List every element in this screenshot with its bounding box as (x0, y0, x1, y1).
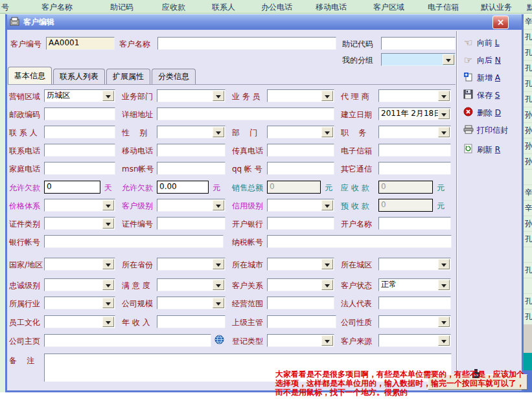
bumen-field[interactable] (267, 126, 334, 139)
dropdown-arrow-icon[interactable] (321, 127, 333, 137)
lianxiren-field[interactable] (44, 126, 115, 139)
zhongcheng_jibie-field[interactable] (44, 278, 115, 291)
nashui_zhanghao-field[interactable] (267, 235, 452, 248)
shangji_zhuguan-field[interactable] (267, 315, 336, 328)
jiating_dianhua-field[interactable] (44, 162, 115, 175)
gongsi_zhuye-field[interactable] (44, 334, 211, 347)
yuangong_wenhua-field[interactable] (44, 315, 115, 328)
suoshu_hangye-field[interactable] (44, 297, 115, 309)
yingxiao_quyu-field[interactable]: 历城区 (44, 89, 115, 102)
zhiwu-field[interactable] (378, 126, 451, 139)
tab-contact-list[interactable]: 联系人列表 (53, 69, 105, 84)
tab-extended-attrs[interactable]: 扩展属性 (106, 69, 150, 84)
jiage_tixi-field[interactable] (44, 199, 115, 212)
yinhang_zhanghao-field[interactable] (44, 235, 224, 248)
dropdown-arrow-icon[interactable] (213, 200, 224, 210)
dropdown-arrow-icon[interactable] (102, 317, 114, 327)
add-new-button[interactable]: 新增 A (463, 71, 500, 84)
dropdown-arrow-icon[interactable] (438, 280, 450, 290)
print-envelope-button[interactable]: 打印信封 (463, 124, 508, 137)
close-button[interactable]: × (492, 16, 509, 29)
kehu_mingcheng-field[interactable] (157, 37, 336, 50)
tab-category-info[interactable]: 分类信息 (152, 69, 196, 84)
dropdown-arrow-icon[interactable] (321, 259, 333, 269)
chuanzhen_dianhua-field[interactable] (267, 144, 334, 157)
wode_fenzu-field[interactable] (381, 53, 456, 66)
yunxu_qiankuan_yuan-field[interactable]: 0.00 (157, 181, 209, 194)
dropdown-arrow-icon[interactable] (102, 200, 114, 210)
nian_shouru-field[interactable] (157, 315, 226, 328)
dropdown-arrow-icon[interactable] (438, 91, 450, 101)
gongsi_xingzhi-field[interactable] (378, 315, 451, 328)
guojia_diqu-field[interactable] (44, 258, 115, 271)
faren_daibiao-field[interactable] (378, 297, 451, 309)
jianli_riqi-field[interactable]: 2011年 2月18日 (378, 107, 451, 120)
forward-button[interactable]: ☜向前 L (463, 36, 500, 49)
dropdown-arrow-icon[interactable] (102, 218, 114, 229)
youzheng_bianma-field[interactable] (44, 107, 115, 120)
xiangxi_dizhi-field[interactable] (157, 107, 334, 120)
yunxu_qiankuan_yuan-suffix: 元 (213, 183, 220, 192)
background-band-gray (524, 324, 532, 353)
xinyong_jibie-field[interactable] (267, 199, 334, 212)
dropdown-arrow-icon[interactable] (321, 91, 333, 101)
lianxi_dianhua-field[interactable] (44, 144, 115, 157)
dropdown-arrow-icon[interactable] (438, 335, 450, 346)
dropdown-arrow-icon[interactable] (213, 259, 224, 269)
save-button[interactable]: 保存 S (463, 89, 500, 102)
kehu_laiyuan-field[interactable] (378, 334, 451, 347)
dianzi_xinxiang-field[interactable] (378, 144, 451, 157)
dropdown-arrow-icon[interactable] (438, 127, 450, 137)
kehu_jibie-field[interactable] (157, 199, 226, 212)
dropdown-arrow-icon[interactable] (102, 298, 114, 308)
suozai_shengfen-field[interactable] (157, 258, 226, 271)
dropdown-arrow-icon[interactable] (321, 280, 333, 290)
dropdown-arrow-icon[interactable] (321, 200, 333, 210)
dailishang-field[interactable] (378, 89, 451, 102)
kehu_guanxi-field[interactable] (267, 278, 334, 291)
kehu_bianhao-field[interactable]: AA0001 (46, 37, 115, 50)
dropdown-arrow-icon[interactable] (438, 259, 450, 269)
dengji_leixing-field[interactable] (267, 334, 334, 347)
dropdown-arrow-icon[interactable] (213, 91, 224, 101)
dropdown-arrow-icon[interactable] (438, 317, 450, 327)
yidong_dianhua-field[interactable] (157, 144, 226, 157)
xingbie-field[interactable] (157, 126, 226, 139)
qq_zhanghao-field[interactable] (267, 162, 334, 175)
zhengjian_leibie-field[interactable] (44, 217, 115, 230)
dropdown-arrow-icon[interactable] (213, 298, 224, 308)
dropdown-arrow-icon[interactable] (438, 109, 450, 119)
yewu_bumen-field[interactable] (157, 89, 226, 102)
yunxu_qiankuan_tian-field[interactable]: 0 (44, 181, 100, 194)
tab-basic-info[interactable]: 基本信息 (8, 67, 52, 84)
kaihu_yinhang-field[interactable] (267, 217, 334, 230)
dropdown-arrow-icon[interactable] (102, 91, 114, 101)
backward-button[interactable]: ☞向后 N (463, 54, 501, 67)
kaihu_mingcheng-label: 开户名称 (341, 219, 372, 229)
kehu_zhuangtai-field[interactable]: 正常 (378, 278, 451, 291)
zhuji_daima-field[interactable] (381, 37, 456, 50)
annotation-line: 而不是用鼠标，找下一个地方。很累的 (275, 388, 524, 397)
suozai_chengqu-field[interactable] (378, 258, 451, 271)
dialog-titlebar[interactable]: 客户编辑 × (7, 14, 522, 30)
suozai_chengshi-field[interactable] (267, 258, 334, 271)
yewuyuan-field[interactable] (267, 89, 334, 102)
globe-icon[interactable] (214, 335, 224, 346)
jingying_fanwei-field[interactable] (267, 297, 334, 309)
refresh-button[interactable]: 刷新 R (463, 143, 500, 156)
zhengjian_bianhao-field[interactable] (157, 217, 226, 230)
bg-row (524, 170, 532, 185)
qita_tongxin-field[interactable] (378, 162, 451, 175)
dropdown-arrow-icon[interactable] (102, 259, 114, 269)
dropdown-arrow-icon[interactable] (443, 54, 454, 65)
gongsi_guimo-field[interactable] (157, 297, 226, 309)
dropdown-arrow-icon[interactable] (213, 280, 224, 290)
manyidu-field[interactable] (157, 278, 226, 291)
dropdown-arrow-icon[interactable] (213, 127, 224, 137)
dropdown-arrow-icon[interactable] (321, 335, 333, 346)
zhiwu-label: 职 务 (341, 128, 366, 137)
kaihu_mingcheng-field[interactable] (378, 217, 451, 230)
delete-button[interactable]: 删除 D (463, 106, 501, 119)
dropdown-arrow-icon[interactable] (102, 280, 114, 290)
msn_zhanghao-field[interactable] (157, 162, 226, 175)
